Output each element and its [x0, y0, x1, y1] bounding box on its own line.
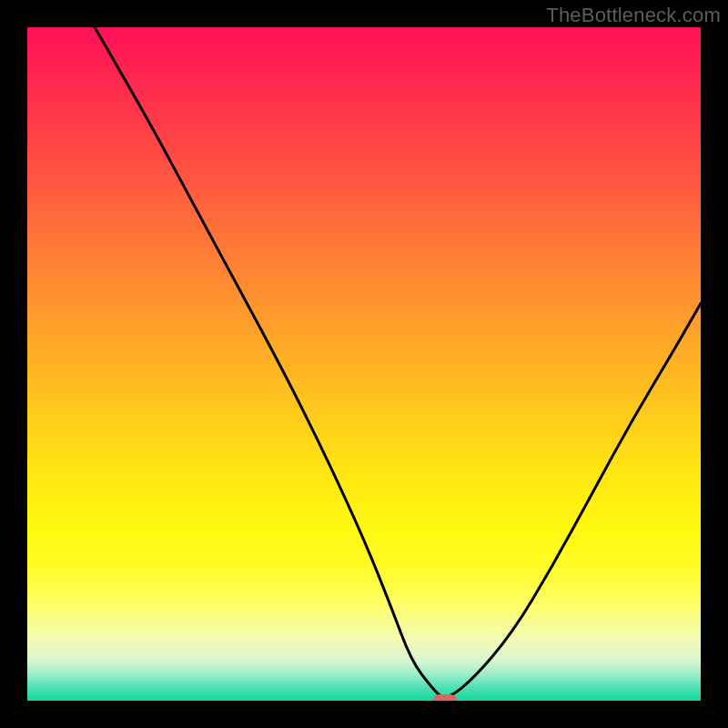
- plot-area: [27, 27, 701, 701]
- optimal-point-marker: [433, 694, 457, 701]
- watermark-text: TheBottleneck.com: [546, 4, 721, 27]
- chart-frame: TheBottleneck.com: [0, 0, 728, 728]
- bottleneck-curve-path: [95, 27, 701, 697]
- curve-svg: [27, 27, 701, 701]
